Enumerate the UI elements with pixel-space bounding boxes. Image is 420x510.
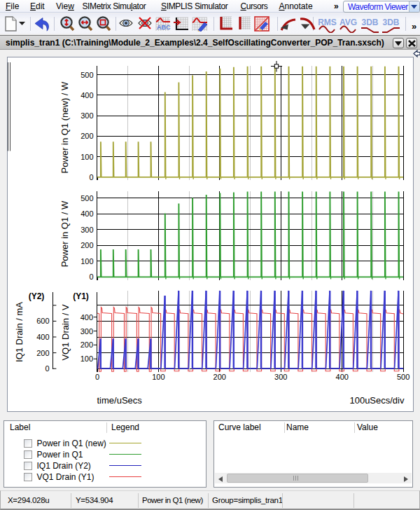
svg-text:300: 300 — [80, 111, 93, 120]
svg-text:Power in Q1 / W: Power in Q1 / W — [59, 200, 70, 267]
svg-text:300: 300 — [274, 373, 287, 381]
svg-text:200: 200 — [80, 340, 93, 349]
svg-text:400: 400 — [36, 333, 49, 341]
svg-text:3DB: 3DB — [382, 18, 399, 27]
svg-text:200: 200 — [36, 349, 49, 357]
svg-text:500: 500 — [80, 71, 93, 79]
svg-text:200: 200 — [214, 373, 226, 381]
svg-text:100uSecs/div: 100uSecs/div — [349, 395, 405, 406]
svg-text:200: 200 — [80, 241, 93, 249]
svg-text:3DB: 3DB — [361, 18, 378, 27]
svg-text:0: 0 — [89, 273, 93, 281]
svg-text:100: 100 — [80, 354, 93, 363]
svg-text:600: 600 — [36, 317, 49, 325]
svg-text:400: 400 — [80, 91, 93, 99]
svg-text:0: 0 — [95, 373, 99, 381]
svg-text:0: 0 — [89, 173, 93, 181]
svg-text:time/uSecs: time/uSecs — [97, 395, 143, 406]
svg-text:300: 300 — [80, 327, 93, 336]
svg-text:100: 100 — [80, 153, 93, 161]
svg-text:200: 200 — [80, 132, 93, 140]
svg-text:AVG: AVG — [340, 18, 357, 27]
svg-text:VQ1 Drain / V: VQ1 Drain / V — [60, 304, 71, 361]
svg-text:100: 100 — [152, 373, 164, 381]
svg-text:0: 0 — [45, 364, 49, 373]
svg-text:ABC: ABC — [157, 24, 171, 31]
svg-text:Power in Q1 (new) / W: Power in Q1 (new) / W — [59, 81, 70, 173]
svg-text:100: 100 — [80, 257, 93, 266]
svg-text:(Y2): (Y2) — [29, 291, 45, 301]
svg-text:RMS: RMS — [318, 18, 337, 27]
svg-text:400: 400 — [336, 373, 349, 381]
svg-text:400: 400 — [80, 209, 93, 218]
svg-text:300: 300 — [80, 226, 93, 234]
svg-text:IQ1 Drain / mA: IQ1 Drain / mA — [14, 302, 24, 362]
svg-text:400: 400 — [80, 313, 93, 322]
svg-text:500: 500 — [80, 194, 93, 202]
svg-text:500: 500 — [397, 373, 410, 381]
svg-text:(Y1): (Y1) — [73, 291, 89, 301]
